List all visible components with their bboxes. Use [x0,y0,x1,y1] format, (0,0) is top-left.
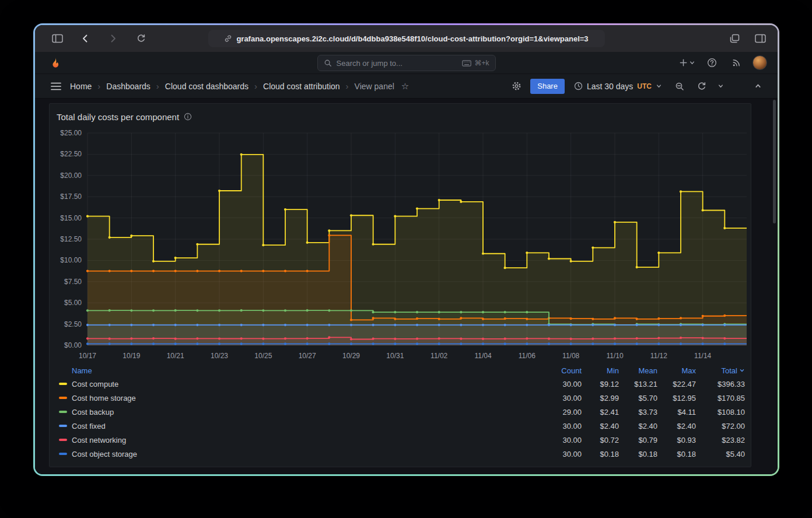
window-content: grafana.openscapes.2i2c.cloud/d/b4dbba93… [35,25,778,474]
series-name[interactable]: Cost fixed [72,422,106,430]
series-max: $2.40 [657,422,696,430]
browser-toolbar: grafana.openscapes.2i2c.cloud/d/b4dbba93… [35,25,778,52]
collapse-controls-icon[interactable] [750,78,766,94]
svg-text:11/08: 11/08 [562,352,579,360]
series-count: 30.00 [538,422,582,430]
cost-chart[interactable]: $0.00$2.50$5.00$7.50$10.00$12.50$15.00$1… [50,126,750,362]
series-mean: $2.40 [619,422,657,430]
svg-text:$2.50: $2.50 [64,320,82,328]
star-icon[interactable]: ☆ [401,81,409,92]
back-icon[interactable] [77,30,93,47]
series-max: $0.93 [657,436,696,444]
grafana-logo-icon[interactable] [49,56,63,70]
legend-row: Cost compute 30.00 $9.12 $13.21 $22.47 $… [50,377,751,391]
browser-window: grafana.openscapes.2i2c.cloud/d/b4dbba93… [33,23,779,476]
address-bar[interactable]: grafana.openscapes.2i2c.cloud/d/b4dbba93… [208,30,605,47]
sort-desc-icon [739,368,745,373]
series-min: $2.40 [582,422,619,430]
search-shortcut: ⌘+k [462,59,489,67]
svg-text:11/04: 11/04 [474,352,491,360]
breadcrumb-dashboards[interactable]: Dashboards [106,82,150,91]
series-name[interactable]: Cost home storage [72,394,136,402]
clock-icon [574,82,583,90]
svg-text:10/23: 10/23 [211,352,228,360]
svg-text:$17.50: $17.50 [60,192,82,201]
search-input[interactable]: Search or jump to... ⌘+k [317,55,496,71]
breadcrumb-home[interactable]: Home [70,82,92,91]
breadcrumb: Home › Dashboards › Cloud cost dashboard… [70,81,409,92]
series-max: $0.18 [657,450,696,459]
svg-text:$25.00: $25.00 [60,129,82,137]
chevron-separator-icon: › [156,81,159,91]
svg-text:10/31: 10/31 [386,352,404,360]
series-mean: $5.70 [619,394,657,402]
legend-header-max[interactable]: Max [657,366,696,375]
url-text: grafana.openscapes.2i2c.cloud/d/b4dbba93… [236,34,588,43]
breadcrumb-view-panel: View panel [355,82,394,91]
scrollbar[interactable] [773,100,776,223]
series-color-dash [59,397,67,399]
share-button[interactable]: Share [530,79,565,94]
svg-text:$7.50: $7.50 [64,278,82,286]
browser-nav-buttons [49,30,149,47]
legend-row: Cost home storage 30.00 $2.99 $5.70 $12.… [50,391,751,405]
refresh-icon[interactable] [694,78,710,94]
new-menu-button[interactable] [679,58,695,67]
series-count: 30.00 [538,394,582,402]
series-mean: $0.18 [619,450,657,459]
legend-header-mean[interactable]: Mean [619,366,657,375]
mega-menu-icon[interactable] [48,78,64,94]
series-mean: $0.79 [619,436,657,444]
svg-text:10/21: 10/21 [167,352,184,360]
grafana-app: Search or jump to... ⌘+k [35,52,778,474]
series-count: 30.00 [538,450,582,459]
time-range-label: Last 30 days [587,82,633,91]
svg-text:10/29: 10/29 [342,352,360,360]
legend-header-name[interactable]: Name [72,366,92,375]
svg-text:$10.00: $10.00 [60,256,82,264]
series-name[interactable]: Cost networking [72,436,126,444]
series-color-dash [59,439,67,441]
svg-text:$22.50: $22.50 [60,150,82,158]
legend-row: Cost backup 29.00 $2.41 $3.73 $4.11 $108… [50,405,751,419]
series-total: $72.00 [696,422,745,430]
series-color-dash [59,383,67,385]
panel-header[interactable]: Total daily costs per component [50,107,751,126]
grafana-topnav: Search or jump to... ⌘+k [35,52,778,74]
series-min: $2.99 [582,394,619,402]
series-total: $5.40 [696,450,745,459]
settings-gear-icon[interactable] [508,78,524,94]
series-min: $0.72 [582,436,619,444]
zoom-out-icon[interactable] [671,78,688,94]
cost-panel: Total daily costs per component $0.00$2.… [49,103,751,467]
series-max: $12.95 [657,394,696,402]
refresh-interval-dropdown[interactable] [712,78,729,94]
sidebar-right-icon[interactable] [752,30,768,47]
breadcrumb-dashboard[interactable]: Cloud cost attribution [263,82,340,91]
series-name[interactable]: Cost backup [72,408,114,416]
avatar[interactable] [752,55,767,70]
svg-text:$0.00: $0.00 [64,341,82,349]
time-range-picker[interactable]: Last 30 days UTC [570,78,666,94]
series-min: $9.12 [582,380,619,388]
topnav-right [679,55,767,71]
series-name[interactable]: Cost compute [72,380,118,388]
legend-header-row: Name Count Min Mean Max Total [50,364,751,377]
info-icon[interactable] [184,113,192,121]
chevron-down-icon [656,83,662,89]
keyboard-icon [462,60,471,66]
legend-header-count[interactable]: Count [538,366,582,375]
help-icon[interactable] [704,55,720,71]
sidebar-toggle-icon[interactable] [49,30,65,47]
plus-icon [679,58,688,67]
forward-icon[interactable] [105,30,121,47]
tab-overview-icon[interactable] [726,30,743,47]
series-name[interactable]: Cost object storage [72,450,137,459]
svg-text:11/02: 11/02 [430,352,447,360]
breadcrumb-folder[interactable]: Cloud cost dashboards [165,82,249,91]
legend-header-min[interactable]: Min [582,366,619,375]
legend-header-total[interactable]: Total [696,366,745,375]
reload-icon[interactable] [133,30,149,47]
news-broadcast-icon[interactable] [728,55,744,71]
series-mean: $3.73 [619,408,657,416]
